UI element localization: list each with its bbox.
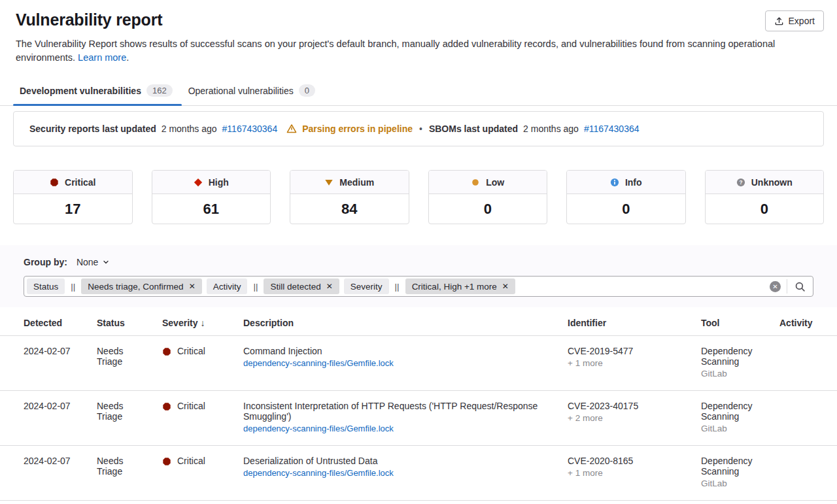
tool-cell: Dependency Scanning xyxy=(701,401,764,422)
status-cell: Needs Triage xyxy=(89,446,154,501)
severity-low-icon xyxy=(471,178,480,187)
filtered-search-bar[interactable]: Status || Needs triage, Confirmed ✕ Acti… xyxy=(24,276,813,297)
tool-cell: Dependency Scanning xyxy=(701,456,764,477)
tab-label: Operational vulnerabilities xyxy=(188,86,294,96)
group-by-dropdown[interactable]: None xyxy=(77,257,110,267)
clear-filters-button[interactable]: ✕ xyxy=(770,281,781,292)
pipeline-status-box: Security reports last updated 2 months a… xyxy=(13,111,824,146)
severity-card-medium: Medium 84 xyxy=(290,170,409,224)
severity-card-value: 17 xyxy=(14,194,132,224)
filter-token-status-name[interactable]: Status xyxy=(27,278,65,294)
severity-card-label: Unknown xyxy=(751,177,793,188)
severity-card-label: High xyxy=(209,177,229,188)
vulnerability-row[interactable]: 2024-02-07 Needs Triage Critical Command… xyxy=(0,336,837,391)
vulnerability-location-link[interactable]: dependency-scanning-files/Gemfile.lock xyxy=(243,424,552,433)
filter-token-severity-operator[interactable]: || xyxy=(395,282,400,292)
severity-critical-icon xyxy=(162,457,171,466)
filter-token-status-value[interactable]: Needs triage, Confirmed ✕ xyxy=(81,278,201,294)
parsing-errors-link[interactable]: Parsing errors in pipeline xyxy=(302,124,413,134)
vulnerability-row[interactable]: 2024-02-07 Needs Triage Critical Deseria… xyxy=(0,446,837,501)
remove-activity-token-icon[interactable]: ✕ xyxy=(326,282,333,290)
remove-status-token-icon[interactable]: ✕ xyxy=(189,282,196,290)
tab-count-badge: 0 xyxy=(299,84,315,97)
column-header-activity[interactable]: Activity xyxy=(772,309,837,336)
warning-icon xyxy=(286,124,297,134)
severity-info-icon xyxy=(610,178,619,187)
remove-severity-token-icon[interactable]: ✕ xyxy=(502,282,509,290)
column-header-description[interactable]: Description xyxy=(235,309,560,336)
column-header-severity[interactable]: Severity↓ xyxy=(154,309,235,336)
detected-cell: 2024-02-07 xyxy=(0,336,89,391)
vulnerability-row[interactable]: 2024-02-07 Needs Triage Critical Inconsi… xyxy=(0,391,837,446)
vulnerability-report-page: Vulnerability report Export The Vulnerab… xyxy=(0,0,837,501)
severity-card-critical: Critical 17 xyxy=(13,170,133,224)
severity-cell: Critical xyxy=(162,456,228,466)
tab-development-vulnerabilities[interactable]: Development vulnerabilities 162 xyxy=(13,78,182,105)
column-header-tool[interactable]: Tool xyxy=(693,309,772,336)
severity-card-label: Info xyxy=(625,177,642,188)
severity-critical-icon xyxy=(50,178,59,187)
group-by-row: Group by: None xyxy=(24,257,813,267)
security-pipeline-link[interactable]: #1167430364 xyxy=(222,124,278,134)
severity-high-icon xyxy=(194,178,203,187)
detected-cell: 2024-02-07 xyxy=(0,446,89,501)
tool-vendor: GitLab xyxy=(701,369,764,378)
identifier-more: + 1 more xyxy=(568,468,685,478)
vulnerability-location-link[interactable]: dependency-scanning-files/Gemfile.lock xyxy=(243,358,552,368)
severity-card-label: Critical xyxy=(65,177,95,188)
severity-critical-icon xyxy=(162,402,171,411)
group-by-value: None xyxy=(77,257,98,267)
severity-card-value: 61 xyxy=(152,194,271,224)
severity-card-info: Info 0 xyxy=(566,170,686,224)
severity-unknown-icon: ? xyxy=(736,178,745,187)
vulnerability-location-link[interactable]: dependency-scanning-files/Gemfile.lock xyxy=(243,468,552,478)
severity-card-unknown: ? Unknown 0 xyxy=(705,170,825,224)
export-icon xyxy=(774,16,784,26)
sbom-pipeline-link[interactable]: #1167430364 xyxy=(584,124,640,134)
vulnerability-title[interactable]: Inconsistent Interpretation of HTTP Requ… xyxy=(243,401,538,422)
tab-count-badge: 162 xyxy=(146,84,173,97)
vulnerability-title[interactable]: Deserialization of Untrusted Data xyxy=(243,456,377,466)
tool-cell: Dependency Scanning xyxy=(701,346,764,367)
search-button[interactable] xyxy=(793,280,807,294)
page-description-text: The Vulnerability Report shows results o… xyxy=(16,39,775,63)
sbom-time: 2 months ago xyxy=(523,124,579,134)
export-button[interactable]: Export xyxy=(765,10,824,31)
column-header-status[interactable]: Status xyxy=(89,309,154,336)
identifier-cell: CVE-2023-40175 xyxy=(568,401,685,411)
security-reports-time: 2 months ago xyxy=(162,124,217,134)
severity-summary-cards: Critical 17 High 61 Medium 84 xyxy=(13,170,824,224)
tab-label: Development vulnerabilities xyxy=(20,86,141,96)
filter-panel: Group by: None Status || Needs triage, C… xyxy=(0,245,837,307)
severity-card-label: Medium xyxy=(339,177,374,188)
detected-cell: 2024-02-07 xyxy=(0,391,89,446)
separator-dot: • xyxy=(419,124,422,134)
severity-card-high: High 61 xyxy=(152,170,271,224)
filter-token-severity-value[interactable]: Critical, High +1 more ✕ xyxy=(405,278,515,294)
column-header-detected[interactable]: Detected xyxy=(0,309,89,336)
svg-text:?: ? xyxy=(739,178,742,185)
filter-token-activity-value[interactable]: Still detected ✕ xyxy=(264,278,339,294)
identifier-more: + 1 more xyxy=(568,358,685,368)
severity-card-value: 0 xyxy=(567,194,685,224)
group-by-label: Group by: xyxy=(24,257,67,267)
page-header: Vulnerability report Export xyxy=(0,0,837,31)
severity-card-label: Low xyxy=(486,177,504,188)
security-reports-label: Security reports last updated xyxy=(29,124,156,134)
severity-card-low: Low 0 xyxy=(428,170,548,224)
tab-operational-vulnerabilities[interactable]: Operational vulnerabilities 0 xyxy=(182,78,324,105)
identifier-more: + 2 more xyxy=(568,413,685,423)
filter-token-severity-name[interactable]: Severity xyxy=(344,278,389,294)
learn-more-link[interactable]: Learn more xyxy=(78,52,126,63)
tool-vendor: GitLab xyxy=(701,479,764,488)
identifier-cell: CVE-2020-8165 xyxy=(568,456,685,466)
filter-token-activity-operator[interactable]: || xyxy=(253,282,258,292)
column-header-identifier[interactable]: Identifier xyxy=(560,309,693,336)
filter-token-status-operator[interactable]: || xyxy=(71,282,75,292)
vulnerability-title[interactable]: Command Injection xyxy=(243,346,322,356)
page-description: The Vulnerability Report shows results o… xyxy=(0,31,837,65)
severity-medium-icon xyxy=(324,178,333,187)
severity-card-value: 0 xyxy=(706,194,824,224)
chevron-down-icon xyxy=(102,258,110,266)
filter-token-activity-name[interactable]: Activity xyxy=(207,278,248,294)
